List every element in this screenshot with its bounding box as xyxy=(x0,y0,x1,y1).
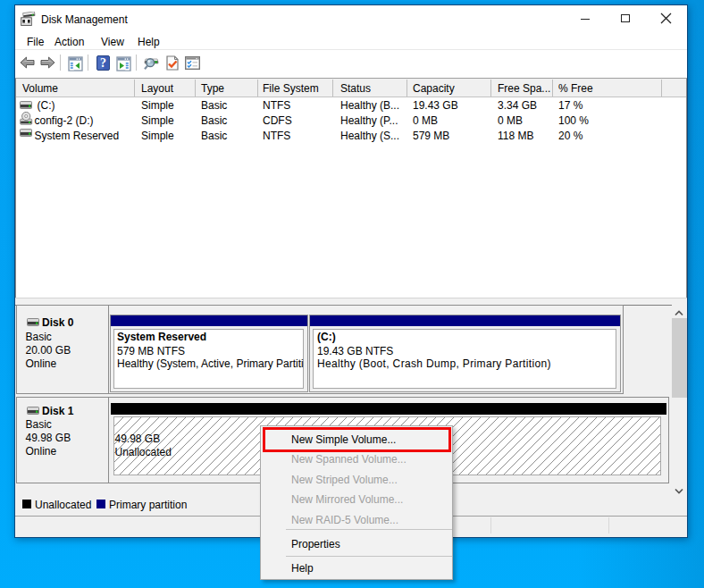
svg-text:?: ? xyxy=(100,56,106,70)
